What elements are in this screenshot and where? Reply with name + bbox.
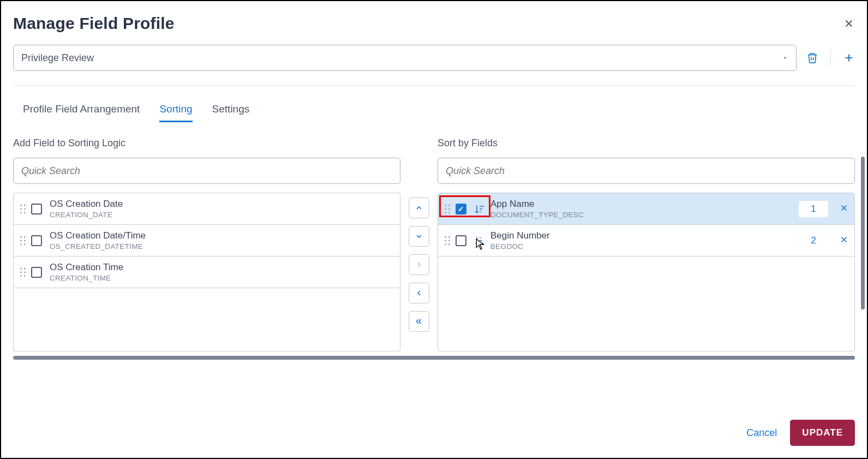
field-code: DOCUMENT_TYPE_DESC [490, 211, 799, 219]
drag-handle-icon[interactable] [444, 204, 451, 214]
svg-point-10 [20, 243, 22, 245]
list-item[interactable]: OS Creation Time CREATION_TIME [14, 257, 400, 288]
update-button[interactable]: UPDATE [790, 420, 855, 446]
svg-point-29 [448, 243, 450, 245]
svg-point-22 [445, 212, 446, 213]
page-title: Manage Field Profile [13, 14, 175, 33]
svg-point-4 [20, 212, 22, 213]
svg-point-27 [448, 240, 450, 241]
svg-point-19 [448, 204, 450, 206]
svg-point-17 [24, 275, 26, 277]
sort-asc-icon[interactable] [474, 235, 485, 246]
profile-select-value: Privilege Review [21, 52, 94, 64]
vertical-scrollbar[interactable] [861, 157, 865, 309]
caret-down-icon [782, 52, 788, 64]
field-title: OS Creation Time [50, 262, 394, 273]
checkbox[interactable] [31, 204, 42, 214]
list-item[interactable]: Begin Number BEGDOC 2 [438, 225, 854, 257]
delete-icon[interactable] [806, 52, 818, 64]
field-code: CREATION_DATE [50, 211, 394, 219]
svg-point-18 [445, 204, 446, 206]
drag-handle-icon[interactable] [19, 236, 27, 246]
checkbox[interactable] [31, 267, 42, 278]
checkbox[interactable] [456, 235, 466, 246]
add-icon[interactable] [843, 52, 855, 64]
checkbox[interactable] [456, 204, 466, 214]
tab-sorting[interactable]: Sorting [159, 103, 192, 122]
sort-fields-list: App Name DOCUMENT_TYPE_DESC 1 [438, 193, 855, 351]
svg-point-23 [448, 212, 450, 213]
svg-point-13 [24, 267, 26, 269]
svg-point-0 [20, 204, 22, 206]
svg-point-5 [24, 212, 26, 213]
list-item[interactable]: App Name DOCUMENT_TYPE_DESC 1 [438, 193, 854, 225]
order-badge: 1 [799, 201, 828, 217]
right-column-label: Sort by Fields [438, 138, 855, 149]
field-code: BEGDOC [490, 242, 799, 251]
move-up-button[interactable] [409, 198, 429, 218]
drag-handle-icon[interactable] [19, 267, 27, 277]
tab-profile-field-arrangement[interactable]: Profile Field Arrangement [23, 103, 140, 122]
svg-point-25 [448, 236, 450, 237]
field-title: OS Creation Date/Time [50, 230, 394, 241]
svg-point-12 [20, 267, 22, 269]
list-item[interactable]: OS Creation Date CREATION_DATE [14, 193, 400, 225]
svg-point-21 [448, 208, 450, 210]
tabs: Profile Field Arrangement Sorting Settin… [1, 86, 867, 122]
drag-handle-icon[interactable] [19, 204, 27, 214]
svg-point-14 [20, 271, 22, 273]
svg-point-28 [445, 243, 446, 245]
left-search[interactable] [13, 158, 400, 184]
remove-icon[interactable] [839, 203, 849, 215]
move-left-button[interactable] [409, 283, 429, 303]
field-title: App Name [490, 199, 799, 210]
order-badge: 2 [799, 233, 828, 249]
available-fields-list: OS Creation Date CREATION_DATE OS Creati… [13, 193, 400, 351]
tab-settings[interactable]: Settings [212, 103, 250, 122]
list-item[interactable]: OS Creation Date/Time OS_CREATED_DATETIM… [14, 225, 400, 257]
svg-point-8 [20, 240, 22, 241]
right-search[interactable] [438, 158, 855, 184]
field-title: OS Creation Date [50, 199, 394, 210]
svg-point-7 [24, 236, 26, 237]
checkbox[interactable] [31, 235, 42, 246]
right-search-input[interactable] [446, 165, 847, 177]
left-column-label: Add Field to Sorting Logic [13, 138, 400, 149]
svg-point-11 [24, 243, 26, 245]
svg-point-3 [24, 208, 26, 210]
svg-point-1 [24, 204, 26, 206]
sort-desc-icon[interactable] [474, 204, 485, 214]
svg-point-6 [20, 236, 22, 237]
remove-icon[interactable] [839, 235, 849, 247]
move-down-button[interactable] [409, 226, 429, 247]
move-all-left-button[interactable] [409, 311, 429, 332]
field-code: OS_CREATED_DATETIME [50, 242, 394, 251]
svg-point-20 [445, 208, 446, 210]
svg-point-15 [24, 271, 26, 273]
profile-select[interactable]: Privilege Review [13, 45, 797, 71]
cancel-button[interactable]: Cancel [746, 427, 777, 439]
left-search-input[interactable] [21, 165, 392, 177]
close-icon[interactable] [843, 17, 855, 29]
svg-point-9 [24, 240, 26, 241]
svg-point-2 [20, 208, 22, 210]
svg-point-16 [20, 275, 22, 277]
svg-point-24 [445, 236, 446, 237]
drag-handle-icon[interactable] [444, 236, 451, 246]
svg-point-26 [445, 240, 446, 241]
horizontal-scrollbar[interactable] [13, 356, 855, 360]
divider [830, 50, 831, 66]
move-right-button[interactable] [409, 254, 429, 275]
field-code: CREATION_TIME [50, 274, 394, 282]
field-title: Begin Number [490, 230, 799, 241]
